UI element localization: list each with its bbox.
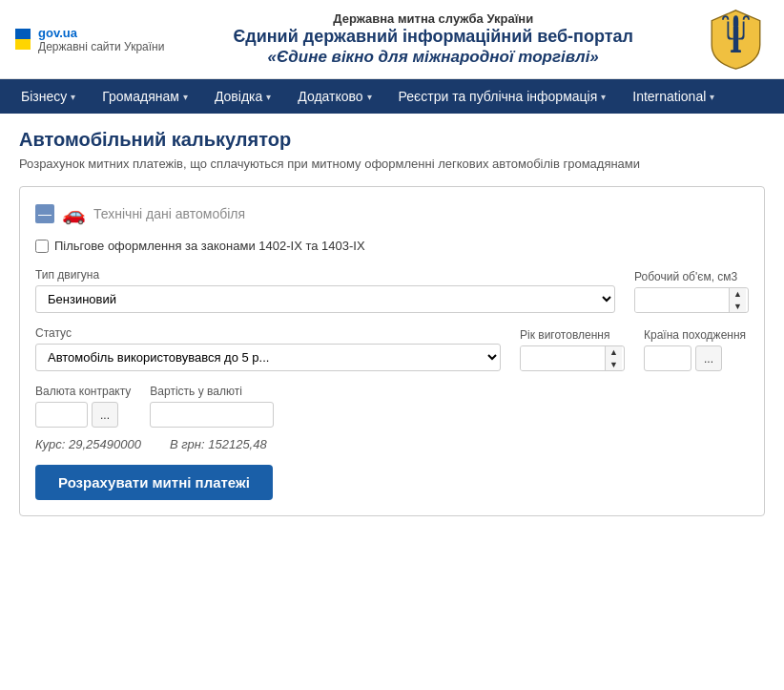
currency-input-row: USD ...: [35, 402, 131, 428]
header-center: Державна митна служба України Єдиний дер…: [164, 8, 702, 71]
nav-business[interactable]: Бізнесу ▾: [8, 79, 89, 114]
calculator-card: — 🚗 Технічні дані автомобіля Пільгове оф…: [19, 186, 765, 516]
volume-up-button[interactable]: ▲: [730, 288, 746, 301]
year-input[interactable]: 2018: [521, 346, 605, 370]
engine-label: Тип двигуна: [35, 268, 615, 282]
status-label: Статус: [35, 326, 501, 340]
volume-label: Робочий об'єм, см3: [634, 270, 749, 283]
chevron-down-icon: ▾: [183, 92, 188, 102]
year-group: Рік виготовлення 2018 ▲ ▼: [520, 328, 625, 371]
amount-label: Вартість у валюті: [150, 385, 274, 398]
privilege-checkbox-row: Пільгове оформлення за законами 1402-IX …: [35, 239, 749, 253]
page-title: Автомобільний калькулятор: [19, 129, 765, 151]
gov-branding: gov.ua Державні сайти України: [15, 26, 164, 53]
status-group: Статус Автомобіль використовувався до 5 …: [35, 326, 501, 371]
year-label: Рік виготовлення: [520, 328, 625, 342]
privilege-label: Пільгове оформлення за законами 1402-IX …: [54, 239, 365, 253]
amount-group: Вартість у валюті 5200: [150, 385, 274, 428]
nav-help[interactable]: Довідка ▾: [201, 79, 284, 114]
collapse-button[interactable]: —: [35, 204, 54, 223]
amount-input[interactable]: 5200: [150, 402, 274, 428]
ministry-name: Державна митна служба України: [164, 11, 702, 26]
currency-browse-button[interactable]: ...: [92, 402, 118, 428]
nav-citizens[interactable]: Громадянам ▾: [89, 79, 201, 114]
header-top: gov.ua Державні сайти України Державна м…: [0, 0, 784, 79]
chevron-down-icon: ▾: [266, 92, 271, 102]
svg-rect-0: [732, 26, 737, 52]
year-spinner-btns: ▲ ▼: [605, 346, 622, 370]
gov-text: gov.ua Державні сайти України: [38, 26, 164, 53]
rate-label-text: Курс: 29,25490000: [35, 437, 141, 451]
portal-subtitle: «Єдине вікно для міжнародної торгівлі»: [164, 48, 702, 67]
svg-rect-1: [731, 50, 741, 52]
calculate-button[interactable]: Розрахувати митні платежі: [35, 465, 273, 500]
chevron-down-icon: ▾: [367, 92, 372, 102]
chevron-down-icon: ▾: [71, 92, 75, 102]
volume-spinner-btns: ▲ ▼: [729, 288, 746, 312]
currency-input[interactable]: USD: [35, 402, 88, 428]
ukraine-flag: [15, 29, 31, 50]
gov-subtitle: Державні сайти України: [38, 40, 164, 53]
engine-group: Тип двигуна БензиновийДизельнийЕлектричн…: [35, 268, 615, 313]
chevron-down-icon: ▾: [601, 92, 606, 102]
year-spinner: 2018 ▲ ▼: [520, 345, 625, 371]
nav-international[interactable]: International ▾: [619, 79, 728, 114]
page-content: Автомобільний калькулятор Розрахунок мит…: [0, 114, 784, 532]
nav-registries[interactable]: Реєстри та публічна інформація ▾: [385, 79, 620, 114]
engine-select[interactable]: БензиновийДизельнийЕлектричнийГібридний: [35, 285, 615, 313]
country-browse-button[interactable]: ...: [695, 345, 722, 371]
currency-label: Валюта контракту: [35, 385, 131, 398]
main-navbar: Бізнесу ▾ Громадянам ▾ Довідка ▾ Додатко…: [0, 79, 784, 114]
country-label: Країна походження: [644, 328, 749, 342]
currency-group: Валюта контракту USD ...: [35, 385, 131, 428]
country-input[interactable]: US: [644, 345, 691, 371]
status-select[interactable]: Автомобіль використовувався до 5 р...Нов…: [35, 344, 501, 371]
volume-spinner: 2000 ▲ ▼: [634, 287, 749, 313]
year-down-button[interactable]: ▼: [606, 359, 622, 371]
card-header: — 🚗 Технічні дані автомобіля: [35, 202, 749, 225]
volume-group: Робочий об'єм, см3 2000 ▲ ▼: [634, 270, 749, 313]
rate-row: Курс: 29,25490000 В грн: 152125,48: [35, 437, 749, 451]
country-input-group: US ...: [644, 345, 749, 371]
card-title: Технічні дані автомобіля: [93, 206, 245, 221]
privilege-checkbox[interactable]: [35, 240, 49, 253]
year-up-button[interactable]: ▲: [606, 346, 622, 359]
ukraine-emblem: [710, 9, 762, 71]
portal-title: Єдиний державний інформаційний веб-порта…: [164, 26, 702, 48]
car-icon: 🚗: [62, 202, 86, 225]
uah-label-text: В грн: 152125,48: [170, 437, 267, 451]
volume-down-button[interactable]: ▼: [730, 301, 746, 313]
country-group: Країна походження US ...: [644, 328, 749, 371]
volume-input[interactable]: 2000: [635, 288, 729, 312]
emblem-container: [702, 9, 769, 71]
nav-additional[interactable]: Додатково ▾: [284, 79, 384, 114]
gov-url[interactable]: gov.ua: [38, 26, 164, 40]
chevron-down-icon: ▾: [710, 92, 714, 102]
page-subtitle: Розрахунок митних платежів, що сплачують…: [19, 157, 765, 171]
currency-row: Валюта контракту USD ... Вартість у валю…: [35, 385, 749, 428]
